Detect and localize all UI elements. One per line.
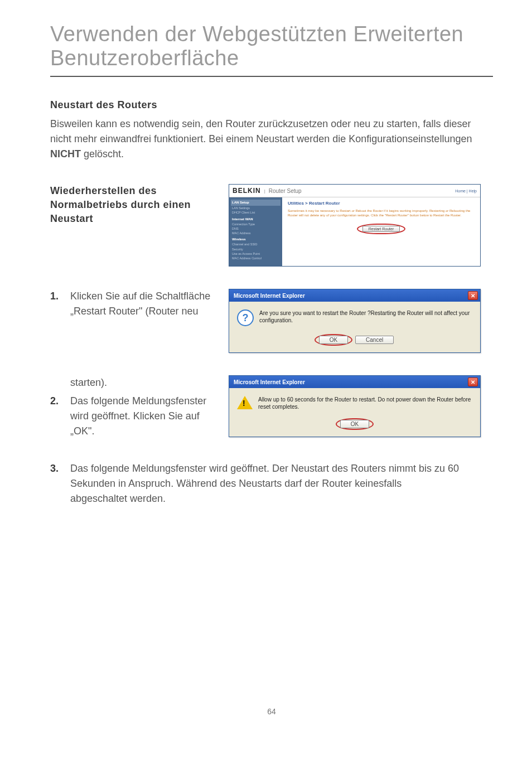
step-1-number: 1.: [50, 289, 70, 319]
dialog1-message: Are you sure you want to restart the Rou…: [259, 309, 473, 324]
step-3-text: Das folgende Meldungsfenster wird geöffn…: [70, 461, 493, 506]
highlight-ring: OK: [315, 334, 352, 346]
page-number: 64: [50, 707, 493, 716]
ie-dialog-wait: Microsoft Internet Explorer ✕ Allow up t…: [229, 375, 481, 437]
dialog1-title: Microsoft Internet Explorer: [234, 293, 305, 299]
question-icon: ?: [237, 309, 254, 326]
belkin-breadcrumb: Utilities > Restart Router: [288, 201, 475, 206]
sidebar-wireless[interactable]: Wireless: [232, 237, 279, 242]
belkin-sidebar: LAN Setup LAN Settings DHCP Client List …: [229, 197, 282, 266]
step-2-number: 2.: [50, 394, 70, 439]
restore-heading: Wiederherstellen des Normalbetriebs durc…: [50, 184, 229, 226]
close-icon[interactable]: ✕: [468, 377, 478, 386]
sidebar-dns[interactable]: DNS: [232, 226, 279, 231]
sidebar-lan-setup[interactable]: LAN Setup: [231, 200, 280, 206]
step-1-text: Klicken Sie auf die Schaltfläche „Restar…: [70, 289, 229, 319]
intro-paragraph: Bisweilen kann es notwendig sein, den Ro…: [50, 117, 493, 162]
sidebar-security[interactable]: Security: [232, 247, 279, 251]
belkin-home-help[interactable]: Home | Help: [455, 189, 477, 193]
ok-button[interactable]: OK: [340, 420, 369, 428]
intro-post: gelöscht.: [81, 148, 124, 159]
belkin-screenshot: BELKIN | Router Setup Home | Help LAN Se…: [229, 184, 481, 267]
belkin-setup-title: Router Setup: [269, 188, 302, 194]
intro-pre: Bisweilen kann es notwendig sein, den Ro…: [50, 118, 472, 144]
ie-dialog-confirm: Microsoft Internet Explorer ✕ ? Are you …: [229, 289, 481, 353]
intro-bold: NICHT: [50, 148, 81, 159]
section-heading: Neustart des Routers: [50, 99, 493, 111]
page-title: Verwenden der Webgestützten Erweiterten …: [50, 22, 493, 70]
sidebar-lan-settings[interactable]: LAN Settings: [232, 206, 279, 210]
belkin-description: Sometimes it may be necessary to Restart…: [288, 209, 475, 218]
ok-button[interactable]: OK: [319, 336, 348, 344]
title-rule: [50, 76, 493, 77]
step-3-number: 3.: [50, 461, 70, 506]
dialog2-message: Allow up to 60 seconds for the Router to…: [258, 396, 473, 410]
highlight-ring: Restart Router: [357, 224, 406, 234]
dialog2-title: Microsoft Internet Explorer: [234, 379, 305, 385]
sidebar-dhcp[interactable]: DHCP Client List: [232, 210, 279, 215]
sidebar-mac-control[interactable]: MAC Address Control: [232, 256, 279, 260]
sidebar-ap[interactable]: Use as Access Point: [232, 251, 279, 256]
cancel-button[interactable]: Cancel: [355, 336, 394, 344]
step-2-text: Das folgende Meldungsfenster wird geöffn…: [70, 394, 229, 439]
sidebar-channel[interactable]: Channel and SSID: [232, 242, 279, 246]
highlight-ring: OK: [336, 418, 374, 430]
sidebar-internet-wan[interactable]: Internet WAN: [232, 217, 279, 222]
warning-icon: [237, 396, 253, 409]
step-1-cont: starten).: [70, 375, 229, 390]
sidebar-mac[interactable]: MAC Address: [232, 231, 279, 235]
close-icon[interactable]: ✕: [468, 291, 478, 300]
restart-router-button[interactable]: Restart Router: [362, 226, 400, 232]
belkin-logo: BELKIN: [233, 187, 261, 195]
sidebar-conn-type[interactable]: Connection Type: [232, 222, 279, 226]
